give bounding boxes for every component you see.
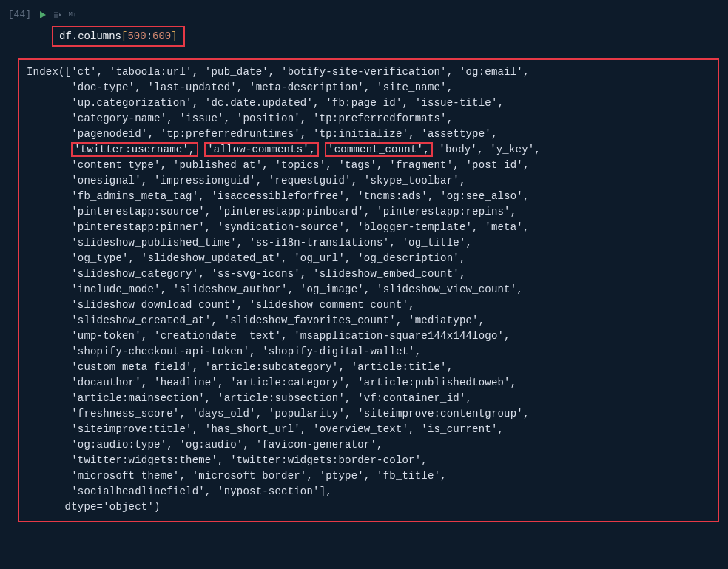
cell-execution-label: [44] [0,6,36,20]
svg-marker-0 [40,11,46,18]
bracket-close: ] [171,30,177,42]
output-text-block: Index(['ct', 'taboola:url', 'pub_date', … [27,64,710,515]
run-below-icon[interactable] [53,10,62,19]
code-object: df [59,30,72,42]
code-property: .columns [72,30,121,42]
cell-toolbar: M↓ [36,6,80,19]
slice-start: 500 [127,30,146,42]
cell-input-row: [44] M↓ [0,6,728,20]
code-input-line[interactable]: df.columns[500:600] [40,21,728,51]
highlight-allow-comments: 'allow-comments', [204,142,318,157]
svg-marker-4 [59,13,61,16]
notebook-cell: [44] M↓ df.columns[500:600] Index(['ct',… [0,0,728,528]
cell-output: Index(['ct', 'taboola:url', 'pub_date', … [18,58,719,522]
slice-end: 600 [152,30,171,42]
slice-colon: : [146,30,152,42]
code-highlight-box: df.columns[500:600] [52,26,185,47]
highlight-twitter-username: 'twitter:username', [71,142,198,157]
markdown-icon[interactable]: M↓ [68,10,77,19]
run-cell-icon[interactable] [38,10,47,19]
highlight-comment-count: 'comment_count', [325,142,433,157]
